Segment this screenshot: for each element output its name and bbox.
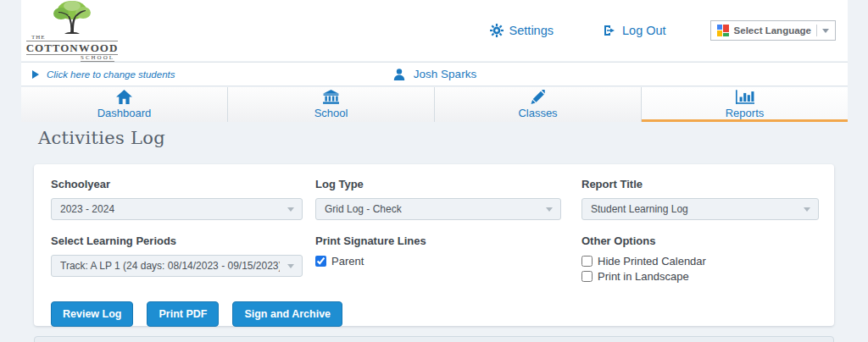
logo-text-the: THE (31, 35, 46, 41)
tab-label: School (314, 107, 348, 119)
tab-label: Classes (518, 107, 557, 119)
review-log-button[interactable]: Review Log (51, 301, 133, 327)
student-name: Josh Sparks (414, 68, 476, 80)
play-triangle-icon (32, 70, 39, 79)
language-select[interactable]: Select Language (710, 20, 836, 41)
tree-icon (47, 0, 97, 35)
tab-label: Dashboard (97, 107, 152, 119)
sign-and-archive-button[interactable]: Sign and Archive (232, 301, 342, 327)
action-buttons: Review Log Print PDF Sign and Archive (51, 301, 817, 327)
learning-periods-value: Track: A LP 1 (24 days: 08/14/2023 - 09/… (60, 260, 280, 272)
main-tabs: Dashboard School Classes (21, 87, 848, 122)
logo-text-name: COTTONWOOD (26, 41, 119, 55)
other-options-field: Other Options Hide Printed Calendar Prin… (581, 234, 819, 285)
logout-icon (603, 24, 616, 37)
home-icon (116, 90, 132, 104)
logout-button[interactable]: Log Out (603, 24, 666, 37)
change-students-label: Click here to change students (47, 69, 175, 80)
chevron-down-icon (822, 29, 829, 33)
schoolyear-field: Schoolyear 2023 - 2024 (51, 178, 315, 220)
tab-label: Reports (726, 107, 765, 119)
learning-periods-field: Select Learning Periods Track: A LP 1 (2… (51, 234, 315, 285)
report-title-value: Student Learning Log (591, 203, 688, 215)
bar-chart-icon (736, 90, 754, 104)
google-translate-icon (717, 25, 729, 36)
person-icon (392, 68, 406, 81)
hide-calendar-checkbox-row: Hide Printed Calendar (581, 255, 819, 268)
parent-checkbox[interactable] (315, 256, 326, 267)
pencil-icon (531, 90, 546, 104)
learning-periods-select[interactable]: Track: A LP 1 (24 days: 08/14/2023 - 09/… (51, 255, 303, 277)
settings-label: Settings (509, 24, 554, 37)
bank-icon (323, 90, 339, 104)
parent-checkbox-label[interactable]: Parent (331, 255, 364, 268)
chevron-down-icon (546, 207, 553, 212)
print-landscape-checkbox-row: Print in Landscape (581, 270, 819, 283)
report-title-select[interactable]: Student Learning Log (581, 198, 819, 220)
chevron-down-icon (804, 207, 810, 212)
tab-dashboard[interactable]: Dashboard (21, 87, 228, 122)
schoolyear-value: 2023 - 2024 (60, 203, 114, 215)
header: THE COTTONWOOD SCHOOL (21, 0, 848, 61)
tab-reports[interactable]: Reports (642, 87, 848, 122)
schoolyear-select[interactable]: 2023 - 2024 (51, 198, 303, 220)
log-type-value: Grid Log - Check (325, 203, 402, 215)
schoolyear-label: Schoolyear (51, 178, 315, 190)
print-pdf-button[interactable]: Print PDF (147, 301, 219, 327)
activities-log-panel: Schoolyear 2023 - 2024 Log Type Grid Log… (34, 164, 834, 326)
print-in-landscape-checkbox[interactable] (581, 271, 593, 282)
report-title-label: Report Title (581, 178, 819, 190)
school-logo[interactable]: THE COTTONWOOD SCHOOL (26, 0, 118, 62)
tab-school[interactable]: School (228, 87, 435, 122)
signature-lines-label: Print Signature Lines (315, 234, 581, 247)
log-type-field: Log Type Grid Log - Check (315, 178, 581, 220)
logout-label: Log Out (622, 24, 666, 37)
learning-periods-label: Select Learning Periods (51, 234, 315, 247)
gear-icon (490, 24, 504, 37)
chevron-down-icon (287, 264, 294, 268)
signature-lines-field: Print Signature Lines Parent (315, 234, 581, 285)
tab-classes[interactable]: Classes (435, 87, 642, 122)
print-in-landscape-label[interactable]: Print in Landscape (598, 270, 689, 283)
hide-printed-calendar-label[interactable]: Hide Printed Calendar (598, 255, 706, 268)
language-separator (816, 25, 817, 36)
chevron-down-icon (287, 207, 294, 212)
log-type-select[interactable]: Grid Log - Check (315, 198, 561, 220)
parent-checkbox-row: Parent (315, 255, 581, 268)
header-actions: Settings Log Out Select Language (490, 20, 848, 41)
report-title-field: Report Title Student Learning Log (581, 178, 819, 220)
logo-text-school: SCHOOL (81, 55, 114, 62)
language-label: Select Language (734, 25, 811, 36)
hide-printed-calendar-checkbox[interactable] (581, 256, 593, 267)
next-panel-header (34, 336, 834, 342)
student-bar: Click here to change students Josh Spark… (21, 62, 848, 86)
log-type-label: Log Type (315, 178, 581, 190)
other-options-label: Other Options (581, 234, 819, 247)
page-title: Activities Log (38, 128, 165, 148)
settings-button[interactable]: Settings (490, 24, 554, 37)
change-students-link[interactable]: Click here to change students (21, 69, 175, 80)
